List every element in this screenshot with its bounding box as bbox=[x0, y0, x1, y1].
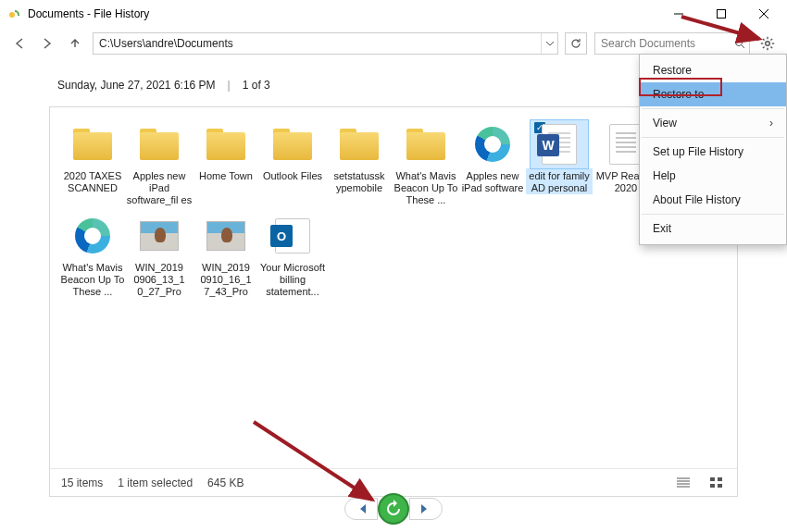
settings-menu: Restore Restore to View› Set up File His… bbox=[639, 54, 787, 245]
close-button[interactable] bbox=[743, 0, 785, 28]
file-icon bbox=[464, 120, 521, 168]
file-icon: ✓W bbox=[531, 120, 588, 168]
file-grid[interactable]: 2020 TAXES SCANNEDApples new iPad softwa… bbox=[50, 107, 737, 468]
file-item[interactable]: OYour Microsoft billing statement... bbox=[259, 212, 326, 298]
menu-divider bbox=[642, 214, 784, 215]
file-item[interactable]: ✓Wedit for family AD personal bbox=[526, 120, 593, 206]
svg-rect-20 bbox=[710, 477, 715, 481]
menu-restore-to[interactable]: Restore to bbox=[640, 82, 786, 106]
menu-divider bbox=[642, 137, 784, 138]
file-item[interactable]: Outlook Files bbox=[259, 120, 326, 206]
file-label: Apples new iPad software_fil es bbox=[126, 168, 193, 206]
file-icon bbox=[64, 212, 121, 260]
menu-setup[interactable]: Set up File History bbox=[640, 140, 786, 164]
title-bar: Documents - File History bbox=[0, 0, 787, 28]
menu-exit[interactable]: Exit bbox=[640, 217, 786, 241]
settings-gear-icon[interactable] bbox=[757, 33, 778, 54]
svg-line-12 bbox=[763, 39, 765, 41]
minimize-button[interactable] bbox=[657, 0, 700, 28]
file-item[interactable]: WIN_2019 0910_16_1 7_43_Pro bbox=[193, 212, 259, 298]
menu-view[interactable]: View› bbox=[640, 111, 786, 135]
submenu-arrow-icon: › bbox=[769, 117, 773, 130]
file-label: 2020 TAXES SCANNED bbox=[59, 168, 126, 194]
svg-point-5 bbox=[736, 40, 743, 46]
file-item[interactable]: What's Mavis Beacon Up To These ... bbox=[59, 212, 126, 298]
file-label: WIN_2019 0910_16_1 7_43_Pro bbox=[193, 260, 259, 298]
svg-line-6 bbox=[742, 45, 744, 48]
file-label: edit for family AD personal bbox=[526, 168, 593, 194]
file-label: Apples new iPad software bbox=[459, 168, 526, 194]
menu-help[interactable]: Help bbox=[640, 164, 786, 188]
file-icon bbox=[197, 120, 255, 168]
file-label: What's Mavis Beacon Up To These ... bbox=[59, 260, 126, 298]
menu-restore[interactable]: Restore bbox=[640, 58, 786, 82]
history-navigation bbox=[0, 489, 787, 528]
file-item[interactable]: WIN_2019 0906_13_1 0_27_Pro bbox=[126, 212, 193, 298]
file-icon bbox=[64, 120, 121, 168]
address-dropdown[interactable] bbox=[541, 33, 557, 54]
maximize-button[interactable] bbox=[700, 0, 743, 28]
file-icon bbox=[397, 120, 455, 168]
menu-about[interactable]: About File History bbox=[640, 188, 786, 212]
file-icon: O bbox=[264, 212, 321, 260]
search-placeholder: Search Documents bbox=[601, 37, 695, 50]
selection-size: 645 KB bbox=[207, 476, 244, 489]
file-label: WIN_2019 0906_13_1 0_27_Pro bbox=[126, 260, 193, 298]
forward-button[interactable] bbox=[37, 33, 57, 54]
restore-button[interactable] bbox=[378, 493, 409, 525]
selection-info: 1 item selected bbox=[118, 476, 193, 489]
svg-line-13 bbox=[770, 46, 772, 48]
file-icon bbox=[131, 120, 188, 168]
search-icon bbox=[734, 38, 745, 49]
file-item[interactable]: What's Mavis Beacon Up To These ... bbox=[393, 120, 459, 206]
svg-line-14 bbox=[770, 39, 772, 41]
search-box[interactable]: Search Documents bbox=[594, 32, 750, 55]
separator: | bbox=[228, 79, 231, 92]
file-icon bbox=[131, 212, 188, 260]
up-button[interactable] bbox=[65, 33, 85, 54]
file-label: Outlook Files bbox=[263, 168, 322, 182]
menu-divider bbox=[642, 108, 784, 109]
back-button[interactable] bbox=[9, 33, 30, 54]
address-bar[interactable]: C:\Users\andre\Documents bbox=[93, 32, 558, 55]
svg-rect-2 bbox=[718, 10, 726, 19]
svg-rect-21 bbox=[718, 477, 722, 481]
item-count: 15 items bbox=[61, 476, 103, 489]
svg-point-7 bbox=[766, 42, 770, 46]
file-label: What's Mavis Beacon Up To These ... bbox=[393, 168, 459, 206]
file-panel: 2020 TAXES SCANNEDApples new iPad softwa… bbox=[49, 106, 738, 497]
snapshot-time: Sunday, June 27, 2021 6:16 PM bbox=[57, 79, 216, 92]
file-item[interactable]: 2020 TAXES SCANNED bbox=[59, 120, 126, 206]
file-item[interactable]: Apples new iPad software bbox=[459, 120, 526, 206]
file-item[interactable]: Home Town bbox=[193, 120, 259, 206]
file-icon bbox=[331, 120, 388, 168]
next-version-button[interactable] bbox=[409, 498, 443, 520]
svg-line-15 bbox=[763, 46, 765, 48]
window-title: Documents - File History bbox=[28, 7, 657, 20]
file-icon bbox=[264, 120, 321, 168]
svg-rect-23 bbox=[718, 484, 722, 488]
svg-rect-22 bbox=[710, 484, 715, 488]
app-icon bbox=[7, 6, 22, 21]
file-label: Home Town bbox=[199, 168, 253, 182]
file-item[interactable]: Apples new iPad software_fil es bbox=[126, 120, 193, 206]
snapshot-position: 1 of 3 bbox=[243, 79, 270, 92]
file-icon bbox=[197, 212, 255, 260]
file-item[interactable]: setstatussk ypemobile bbox=[326, 120, 393, 206]
svg-point-0 bbox=[9, 12, 15, 18]
previous-version-button[interactable] bbox=[344, 498, 378, 520]
file-label: setstatussk ypemobile bbox=[326, 168, 393, 194]
path-text: C:\Users\andre\Documents bbox=[94, 37, 541, 50]
refresh-button[interactable] bbox=[565, 32, 587, 55]
file-label: Your Microsoft billing statement... bbox=[259, 260, 326, 298]
